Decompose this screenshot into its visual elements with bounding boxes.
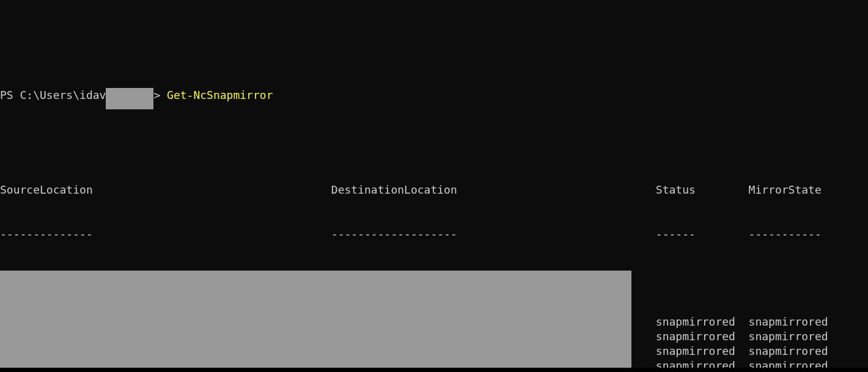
terminal-window[interactable]: PS C:\Users\idav> Get-NcSnapmirror Sourc… (0, 59, 868, 372)
blank-line (0, 139, 868, 153)
prompt-prefix: PS C:\Users\idav (0, 88, 106, 103)
table-data-area: snapmirrored snapmirrored snapmirrored s… (0, 271, 868, 372)
table-underline-row: -------------- ------------------- -----… (0, 227, 868, 241)
prompt-suffix: > (153, 88, 167, 103)
prompt-line: PS C:\Users\idav> Get-NcSnapmirror (0, 88, 868, 109)
table-row: snapmirrored snapmirrored (0, 315, 868, 329)
bottom-border (0, 368, 868, 372)
table-row: snapmirrored snapmirrored (0, 344, 868, 359)
header-sourcelocation: SourceLocation DestinationLocation Statu… (0, 183, 822, 196)
table-header-row: SourceLocation DestinationLocation Statu… (0, 183, 868, 197)
data-rows-container: snapmirrored snapmirrored snapmirrored s… (0, 315, 868, 372)
command-text: Get-NcSnapmirror (167, 88, 273, 103)
underline-sourcelocation: -------------- ------------------- -----… (0, 227, 822, 240)
table-row: snapmirrored snapmirrored (0, 329, 868, 344)
redacted-username-part (106, 88, 153, 109)
